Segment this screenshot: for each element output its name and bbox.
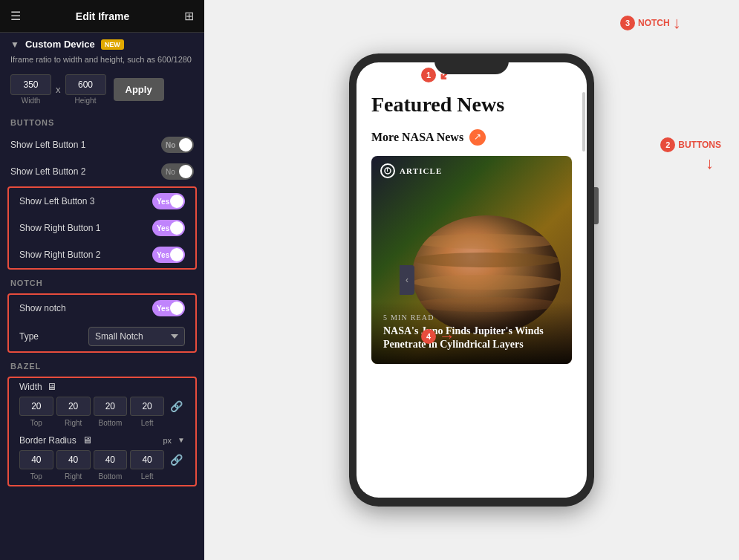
notch-type-row: Type Small Notch Large Notch Dynamic Isl… <box>9 322 195 351</box>
link-icon-width[interactable]: 🔗 <box>167 400 185 412</box>
more-nasa-row: More NASA News ↗ <box>371 129 572 146</box>
toggle-row-3: Show Right Button 1 Yes <box>9 215 195 241</box>
article-tag-icon <box>380 163 395 178</box>
toggle-switch-1[interactable]: No <box>161 163 194 180</box>
radius-right-input[interactable] <box>56 450 91 469</box>
show-notch-row: Show notch Yes <box>9 295 195 322</box>
link-icon-radius[interactable]: 🔗 <box>167 454 185 466</box>
bazel-width-label-row: Width 🖥 <box>9 378 195 394</box>
bazel-width-label: Width <box>19 382 42 392</box>
phone-notch <box>434 53 509 74</box>
toggle-switch-0[interactable]: No <box>161 137 194 153</box>
bazel-radius-sub-row: Top Right Bottom Left <box>9 472 195 485</box>
phone-right-button <box>594 187 599 224</box>
notch-type-label: Type <box>19 331 39 342</box>
toggle-row-4: Show Right Button 2 Yes <box>9 241 195 268</box>
radius-left-input[interactable] <box>130 450 164 469</box>
phone-scrollbar[interactable] <box>582 92 585 152</box>
bazel-right-input[interactable] <box>56 397 91 416</box>
bazel-left-input[interactable] <box>130 397 164 416</box>
annotation-4: 4 → <box>421 327 455 346</box>
annotation-2: 2 BUTTONS ↓ <box>660 137 721 173</box>
more-nasa-arrow-badge[interactable]: ↗ <box>469 129 486 146</box>
bazel-section-title: BAZEL <box>0 354 204 375</box>
toggle-label-1: Show Left Button 2 <box>10 166 85 177</box>
annotation-buttons-label: BUTTONS <box>678 140 721 150</box>
toggle-label-0: Show Left Button 1 <box>10 140 85 150</box>
annotation-circle-3: 3 <box>620 16 635 30</box>
notch-section-title: NOTCH <box>0 271 204 292</box>
toggle-label-4: Show Right Button 2 <box>19 250 100 260</box>
monitor-icon: 🖥 <box>47 381 56 392</box>
notch-toggle[interactable]: Yes <box>152 300 185 316</box>
more-nasa-text: More NASA News <box>371 131 463 144</box>
hamburger-icon[interactable]: ☰ <box>10 9 21 23</box>
toggle-0[interactable]: No <box>161 137 194 153</box>
hint-text: Iframe ratio to width and height, such a… <box>0 53 204 71</box>
annotation-circle-1: 1 <box>421 68 436 82</box>
article-card[interactable]: ARTICLE 5 MIN READ NASA's Juno Finds Jup… <box>371 156 572 364</box>
apply-button[interactable]: Apply <box>114 78 164 101</box>
height-label: Height <box>75 97 97 105</box>
featured-title: Featured News <box>371 92 572 117</box>
bazel-sub-row: Top Right Bottom Left <box>9 419 195 432</box>
bazel-sub-right: Right <box>56 419 91 427</box>
px-dropdown[interactable]: ▼ <box>178 436 185 444</box>
bazel-radius-grid: 🔗 <box>9 447 195 472</box>
toggle-3[interactable]: Yes <box>152 220 185 236</box>
show-notch-label: Show notch <box>19 303 66 313</box>
annotation-3: 3 NOTCH ↓ <box>620 13 681 33</box>
bazel-top-input[interactable] <box>19 397 53 416</box>
toggle-row-1: Show Left Button 2 No <box>0 158 204 185</box>
px-label: px <box>163 436 172 445</box>
read-time: 5 MIN READ <box>383 313 560 322</box>
toggle-1[interactable]: No <box>161 163 194 180</box>
phone-content: Featured News More NASA News ↗ <box>357 62 587 379</box>
article-overlay: 5 MIN READ NASA's Juno Finds Jupiter's W… <box>371 302 572 363</box>
toggle-label-2: Show Left Button 3 <box>19 196 94 206</box>
custom-device-row: ▼ Custom Device NEW <box>0 33 204 53</box>
toggle-2[interactable]: Yes <box>152 193 185 209</box>
toggle-row-2: Show Left Button 3 Yes <box>9 188 195 215</box>
buttons-section-title: BUTTONS <box>0 111 204 131</box>
height-input[interactable] <box>65 74 106 95</box>
article-headline: NASA's Juno Finds Jupiter's Winds Penetr… <box>383 325 560 351</box>
phone-screen: Featured News More NASA News ↗ <box>357 62 587 498</box>
border-radius-label: Border Radius <box>19 435 76 446</box>
bazel-bottom-input[interactable] <box>94 397 128 416</box>
panel-collapse-toggle[interactable]: ‹ <box>400 265 414 295</box>
border-radius-label-row: Border Radius 🖥 px ▼ <box>9 432 195 447</box>
article-tag-text: ARTICLE <box>400 166 442 175</box>
toggle-4[interactable]: Yes <box>152 247 185 263</box>
annotation-circle-2: 2 <box>660 137 675 152</box>
panel-title: Edit Iframe <box>76 10 129 22</box>
x-separator: x <box>56 84 61 95</box>
annotation-arrow-2: ↓ <box>706 154 714 173</box>
left-panel: ☰ Edit Iframe ⊞ ▼ Custom Device NEW Ifra… <box>0 0 204 560</box>
bazel-red-border: Width 🖥 🔗 Top Right Bottom Left Border R… <box>7 377 197 486</box>
phone-frame: Featured News More NASA News ↗ <box>349 53 594 507</box>
toggle-label-3: Show Right Button 1 <box>19 223 100 233</box>
notch-type-select[interactable]: Small Notch Large Notch Dynamic Island N… <box>88 327 185 346</box>
custom-device-label: Custom Device <box>25 39 95 50</box>
svg-rect-1 <box>387 169 388 172</box>
notch-red-border: Show notch Yes Type Small Notch Large No… <box>7 293 197 353</box>
grid-icon[interactable]: ⊞ <box>184 9 194 23</box>
panel-header: ☰ Edit Iframe ⊞ <box>0 0 204 33</box>
annotation-circle-4: 4 <box>421 329 436 344</box>
annotation-arrow-3: ↓ <box>673 13 681 33</box>
bazel-sub-bottom: Bottom <box>94 419 128 427</box>
bazel-sub-top: Top <box>19 419 53 427</box>
annotation-notch-label: NOTCH <box>638 18 670 28</box>
border-radius-icon: 🖥 <box>82 434 92 446</box>
dimension-row: Width x Height Apply <box>0 71 204 111</box>
new-badge: NEW <box>101 39 124 50</box>
annotation-arrow-4: → <box>439 327 455 346</box>
radius-top-input[interactable] <box>19 450 53 469</box>
width-input[interactable] <box>10 74 51 95</box>
right-panel: 3 NOTCH ↓ 2 BUTTONS ↓ Featured News More… <box>204 0 739 560</box>
width-label: Width <box>22 97 41 105</box>
bazel-width-grid: 🔗 <box>9 394 195 419</box>
bazel-sub-left: Left <box>130 419 164 427</box>
radius-bottom-input[interactable] <box>94 450 128 469</box>
